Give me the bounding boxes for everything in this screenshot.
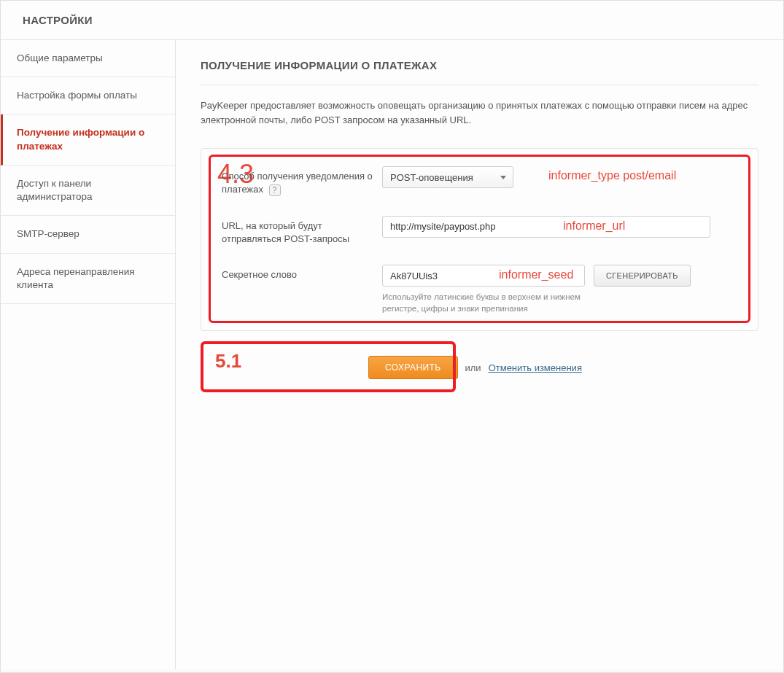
or-text: или [465,362,481,373]
sidebar-item-payment-form[interactable]: Настройка формы оплаты [1,77,175,114]
help-icon[interactable]: ? [269,184,281,196]
label-secret-word: Секретное слово [222,265,382,281]
sidebar-item-redirect[interactable]: Адреса перенаправления клиента [1,254,175,304]
save-button[interactable]: СОХРАНИТЬ [368,356,458,379]
generate-button[interactable]: СГЕНЕРИРОВАТЬ [594,265,691,287]
annotation-informer-type: informer_type post/email [548,169,676,182]
cancel-link[interactable]: Отменить изменения [489,362,582,373]
label-notify-method: Способ получения уведомления о платежах … [222,166,382,196]
page-header: НАСТРОЙКИ [1,1,783,40]
input-secret-word[interactable] [382,265,585,287]
sidebar-item-payment-info[interactable]: Получение информации о платежах [1,114,175,165]
intro-text: PayKeeper предоставляет возможность опов… [201,98,758,128]
sidebar-item-general[interactable]: Общие параметры [1,40,175,77]
select-notify-method[interactable]: POST-оповещения [382,166,513,188]
form-panel: 4.3 Способ получения уведомления о плате… [201,148,758,331]
annotation-num-51: 5.1 [215,350,241,373]
settings-sidebar: Общие параметры Настройка формы оплаты П… [1,40,176,669]
sidebar-item-smtp[interactable]: SMTP-сервер [1,216,175,253]
section-title: ПОЛУЧЕНИЕ ИНФОРМАЦИИ О ПЛАТЕЖАХ [201,59,758,85]
secret-hint: Используйте латинские буквы в верхнем и … [382,291,586,314]
sidebar-item-admin-access[interactable]: Доступ к панели администратора [1,166,175,216]
page-title: НАСТРОЙКИ [23,14,761,26]
input-post-url[interactable] [382,216,710,238]
label-post-url: URL, на который будут отправляться POST-… [222,216,382,246]
